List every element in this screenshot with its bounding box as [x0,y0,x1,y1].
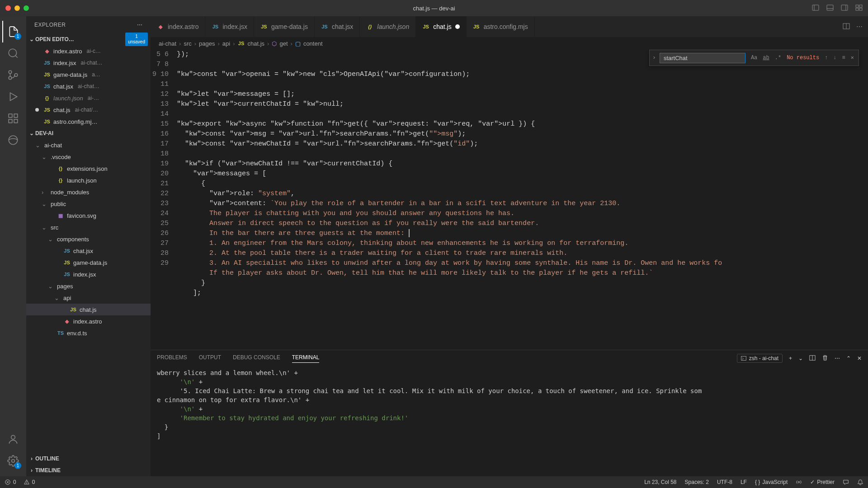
editor-tab[interactable]: JSgame-data.js [254,16,315,37]
code-content[interactable]: }); "kw">const "var">openai = "kw">new "… [177,50,868,350]
terminal-shell-indicator[interactable]: zsh - ai-chat [737,354,783,363]
close-panel-icon[interactable]: ✕ [857,355,862,361]
split-terminal-icon[interactable] [809,355,816,362]
status-go-live[interactable] [796,479,802,485]
status-warnings[interactable]: 0 [24,479,35,485]
minimize-window-button[interactable] [14,5,20,11]
extensions-icon[interactable] [2,108,24,129]
explorer-icon[interactable]: 1 [2,21,24,42]
timeline-header[interactable]: › TIMELINE [26,465,151,476]
file-item[interactable]: JSchat.js [26,304,151,315]
status-feedback-icon[interactable] [843,479,849,485]
status-bar: 0 0 Ln 23, Col 58 Spaces: 2 UTF-8 LF { }… [0,476,868,488]
match-case-icon[interactable]: Aa [749,52,759,64]
kill-terminal-icon[interactable] [822,355,828,362]
file-item[interactable]: ▦favicon.svg [26,210,151,221]
file-item[interactable]: {}extensions.json [26,163,151,174]
open-editor-item[interactable]: {}launch.jsonai-… [26,92,151,104]
folder-item[interactable]: ⌄pages [26,280,151,292]
new-terminal-icon[interactable]: + [789,355,792,361]
edge-icon[interactable] [2,129,24,151]
maximize-window-button[interactable] [24,5,29,11]
status-indentation[interactable]: Spaces: 2 [685,479,709,485]
open-editor-item[interactable]: JSchat.jsai-chat/… [26,104,151,116]
editor-tab[interactable]: ◆index.astro [151,16,205,37]
code-editor[interactable]: › Aa ab .* No results ↑ ↓ ≡ ✕ 5 6 7 8 9 … [151,50,868,350]
file-item[interactable]: JSgame-data.js [26,257,151,268]
regex-icon[interactable]: .* [773,52,783,64]
breadcrumb-item[interactable]: get [279,40,288,47]
status-eol[interactable]: LF [741,479,747,485]
file-item[interactable]: JSchat.jsx [26,245,151,257]
folder-item[interactable]: ⌄public [26,198,151,210]
editor-tab[interactable]: {}launch.json [360,16,416,37]
breadcrumb-item[interactable]: ai-chat [159,40,176,47]
find-input[interactable] [660,53,745,63]
svg-rect-2 [827,5,833,10]
editor-tab[interactable]: JSindex.jsx [205,16,254,37]
file-item[interactable]: {}launch.json [26,174,151,186]
open-editor-item[interactable]: JSastro.config.mj… [26,116,151,127]
tab-debug-console[interactable]: DEBUG CONSOLE [233,354,280,362]
breadcrumb[interactable]: ai-chat›src›pages›api›JSchat.js›⬡ get›▢ … [151,37,868,50]
tab-problems[interactable]: PROBLEMS [157,354,187,362]
status-cursor-position[interactable]: Ln 23, Col 58 [644,479,676,485]
layout-sidebar-icon[interactable] [812,4,819,13]
editor-tab[interactable]: JSchat.jsx [315,16,360,37]
file-item[interactable]: ◆index.astro [26,315,151,327]
layout-customize-icon[interactable] [855,4,863,13]
breadcrumb-item[interactable]: pages [199,40,215,47]
file-item[interactable]: JSindex.jsx [26,268,151,280]
status-language[interactable]: { } JavaScript [755,479,788,485]
project-header[interactable]: ⌄ DEV-AI [26,127,151,139]
open-editor-item[interactable]: JSchat.jsxai-chat… [26,80,151,92]
more-actions-icon[interactable]: ⋯ [856,23,863,30]
folder-item[interactable]: ⌄ai-chat [26,139,151,151]
maximize-panel-icon[interactable]: ⌃ [846,355,851,361]
find-close-icon[interactable]: ✕ [849,52,856,64]
tab-terminal[interactable]: TERMINAL [292,354,320,363]
breadcrumb-item[interactable]: chat.js [248,40,265,47]
status-errors[interactable]: 0 [5,479,16,485]
layout-panel-icon[interactable] [826,4,834,13]
search-icon[interactable] [2,42,24,64]
terminal-content[interactable]: wberry slices and a lemon wheel.\n' + '\… [151,366,868,476]
outline-header[interactable]: › OUTLINE [26,453,151,465]
find-filter-icon[interactable]: ≡ [840,52,847,64]
split-editor-icon[interactable] [843,23,850,31]
find-next-icon[interactable]: ↓ [831,52,838,64]
sidebar-more-icon[interactable]: ⋯ [137,22,143,28]
source-control-icon[interactable] [2,64,24,86]
folder-item[interactable]: ⌄src [26,221,151,233]
status-encoding[interactable]: UTF-8 [717,479,732,485]
open-editor-item[interactable]: JSgame-data.jsa… [26,69,151,80]
editor-tab[interactable]: JSastro.config.mjs [467,16,535,37]
folder-item[interactable]: ⌄.vscode [26,151,151,163]
run-debug-icon[interactable] [2,86,24,108]
match-word-icon[interactable]: ab [761,52,771,64]
file-item[interactable]: TSenv.d.ts [26,327,151,339]
find-expand-icon[interactable]: › [652,53,656,63]
folder-item[interactable]: ⌄api [26,292,151,304]
open-editor-item[interactable]: JSindex.jsxai-chat… [26,57,151,69]
tab-output[interactable]: OUTPUT [199,354,221,362]
breadcrumb-item[interactable]: api [222,40,230,47]
status-prettier[interactable]: ✓ Prettier [810,479,835,485]
status-notifications-icon[interactable] [857,479,863,485]
find-prev-icon[interactable]: ↑ [823,52,830,64]
settings-gear-icon[interactable]: 1 [2,450,24,472]
folder-item[interactable]: ›node_modules [26,186,151,198]
breadcrumb-item[interactable]: src [184,40,191,47]
layout-secondary-icon[interactable] [841,4,848,13]
close-window-button[interactable] [5,5,11,11]
svg-rect-16 [9,114,12,117]
terminal-dropdown-icon[interactable]: ⌄ [798,355,803,361]
open-editors-header[interactable]: ⌄ OPEN EDITO… 1unsaved [26,33,151,45]
terminal-more-icon[interactable]: ⋯ [835,355,840,361]
settings-badge: 1 [14,462,21,469]
breadcrumb-item[interactable]: content [303,40,323,47]
account-icon[interactable] [2,428,24,450]
folder-item[interactable]: ⌄components [26,233,151,245]
open-editor-item[interactable]: ◆index.astroai-c… [26,45,151,57]
editor-tab[interactable]: JSchat.js [416,16,466,37]
